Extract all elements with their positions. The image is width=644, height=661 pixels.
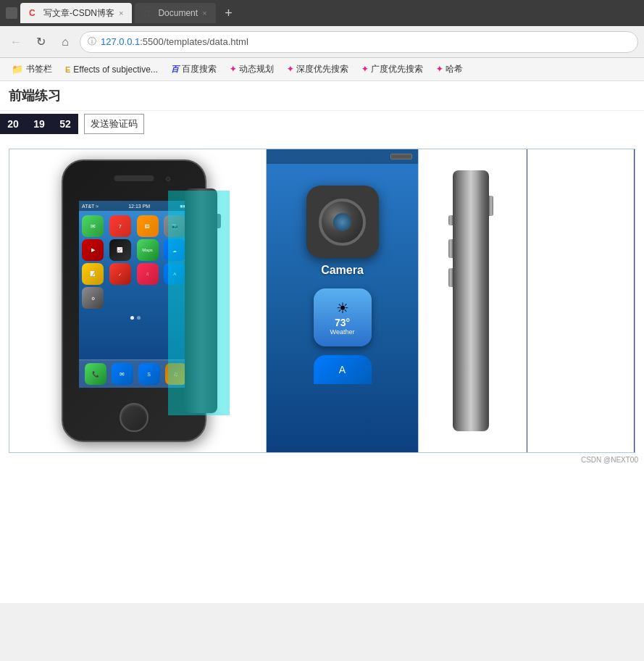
main-image-area: AT&T ≈12:13 PM■■■ ✉ 7 🖼 📷 ▶ 📈 <box>0 149 644 453</box>
bookmark-hash[interactable]: ✦ 哈希 <box>430 61 469 78</box>
timer-row: 20 19 52 发送验证码 <box>0 111 644 137</box>
baidu-icon: 百 <box>171 64 179 75</box>
page-footer: CSDN @NEXT00 <box>0 453 644 467</box>
bookmarks-bar: 📁 书签栏 E Effects of subjective... 百 百度搜索 … <box>0 58 644 81</box>
page-content: 前端练习 20 19 52 发送验证码 <box>0 81 644 603</box>
send-code-button[interactable]: 发送验证码 <box>84 114 144 134</box>
depth-icon: ✦ <box>287 65 293 74</box>
empty-cell <box>527 149 635 452</box>
address-info-icon: ⓘ <box>88 36 96 48</box>
iphone-detail-cell: Camera ☀ 73° Weather A <box>267 149 419 452</box>
address-host: 127.0.0.1 <box>101 36 140 47</box>
nav-bar: ← ↻ ⌂ ⓘ 127.0.0.1:5500/templates/data.ht… <box>0 26 644 58</box>
tab-document-label: Document <box>158 8 198 18</box>
tab-csdn[interactable]: C 写文章-CSDN博客 × <box>20 3 132 23</box>
bookmark-effects-label: Effects of subjective... <box>73 65 158 75</box>
timer-cell-2: 19 <box>26 114 52 134</box>
csdn-favicon: C <box>29 8 39 18</box>
address-display: 127.0.0.1:5500/templates/data.html <box>101 36 630 47</box>
address-bar[interactable]: ⓘ 127.0.0.1:5500/templates/data.html <box>80 31 638 53</box>
reload-button[interactable]: ↻ <box>30 32 51 52</box>
breadth-icon: ✦ <box>361 65 368 74</box>
timer-cell-1: 20 <box>0 114 26 134</box>
tab-csdn-label: 写文章-CSDN博客 <box>43 7 114 20</box>
folder-icon: 📁 <box>12 64 23 75</box>
bookmark-dynamic[interactable]: ✦ 动态规划 <box>224 61 280 78</box>
browser-window: C 写文章-CSDN博客 × □ Document × + ← ↻ ⌂ ⓘ 12… <box>0 0 644 603</box>
bookmark-baidu-label: 百度搜索 <box>182 63 217 75</box>
bookmark-folder[interactable]: 📁 书签栏 <box>6 61 58 78</box>
tab-document[interactable]: □ Document × <box>135 3 215 23</box>
address-port: :5500 <box>140 36 164 47</box>
page-header: 前端练习 <box>0 81 644 111</box>
dynamic-icon: ✦ <box>230 65 236 74</box>
window-controls <box>6 7 17 19</box>
doc-favicon: □ <box>143 8 154 18</box>
tab-csdn-close[interactable]: × <box>119 9 123 17</box>
bookmark-folder-label: 书签栏 <box>26 63 52 75</box>
efectify-icon: E <box>65 65 70 74</box>
iphone-front-cell: AT&T ≈12:13 PM■■■ ✉ 7 🖼 📷 ▶ 📈 <box>9 149 267 452</box>
iphone-side-cell <box>419 149 527 452</box>
home-button[interactable]: ⌂ <box>55 32 75 52</box>
back-button[interactable]: ← <box>6 32 26 52</box>
bookmark-breadth[interactable]: ✦ 广度优先搜索 <box>356 61 429 78</box>
image-row: AT&T ≈12:13 PM■■■ ✉ 7 🖼 📷 ▶ 📈 <box>9 149 635 453</box>
haha-icon: ✦ <box>436 65 443 74</box>
bookmark-baidu[interactable]: 百 百度搜索 <box>165 61 222 78</box>
bookmark-effects[interactable]: E Effects of subjective... <box>59 61 164 78</box>
tab-bar: C 写文章-CSDN博客 × □ Document × + <box>0 0 644 26</box>
page-title: 前端练习 <box>9 87 635 104</box>
new-tab-button[interactable]: + <box>219 3 239 23</box>
bookmark-dynamic-label: 动态规划 <box>239 63 274 75</box>
bookmark-depth[interactable]: ✦ 深度优先搜索 <box>281 61 354 78</box>
bookmark-depth-label: 深度优先搜索 <box>296 63 348 75</box>
window-btn[interactable] <box>6 7 17 19</box>
footer-text: CSDN @NEXT00 <box>581 456 638 464</box>
tab-document-close[interactable]: × <box>202 9 206 17</box>
timer-cell-3: 52 <box>52 114 78 134</box>
address-path: /templates/data.html <box>164 36 248 47</box>
bookmark-breadth-label: 广度优先搜索 <box>371 63 423 75</box>
bookmark-hash-label: 哈希 <box>446 63 463 75</box>
